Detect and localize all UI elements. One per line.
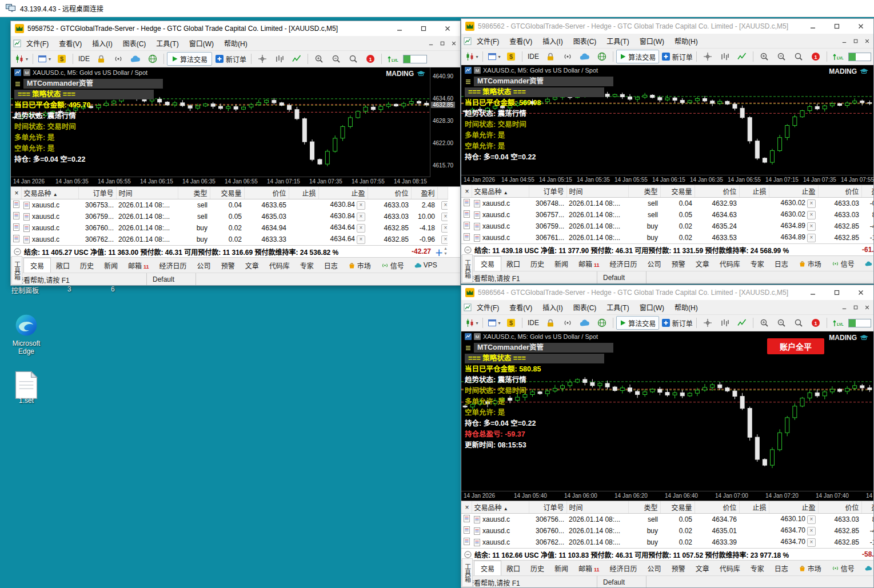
menu-item-insert[interactable]: 插入(I) <box>537 301 568 314</box>
close-button[interactable] <box>851 287 871 298</box>
algo-trading-button[interactable]: 算法交易 <box>616 316 659 330</box>
bar-chart-button[interactable] <box>717 317 733 329</box>
time-axis[interactable]: 14 Jan 202614 Jan 04:5514 Jan 05:1514 Ja… <box>461 175 873 185</box>
menu-item-tools[interactable]: 工具(T) <box>601 34 634 47</box>
menu-item-help[interactable]: 帮助(H) <box>219 37 253 50</box>
tab-history[interactable]: 历史 <box>525 257 549 271</box>
zoom-in-button[interactable] <box>756 317 772 329</box>
menu-item-view[interactable]: 查看(V) <box>54 37 87 50</box>
tab-company[interactable]: 公司 <box>642 257 667 271</box>
maximize-button[interactable] <box>827 21 847 32</box>
tab-signals[interactable]: 信号 <box>376 258 409 273</box>
mdi-close-button[interactable] <box>449 39 459 48</box>
menu-item-view[interactable]: 查看(V) <box>504 301 537 314</box>
zoom-out-button[interactable] <box>773 50 789 63</box>
close-all-positions-button[interactable]: 账户全平 <box>767 338 824 354</box>
column-header-4[interactable]: 交易量 <box>660 185 695 198</box>
position-row[interactable]: xauusd.c306759...2026.01.14 08:...sell0.… <box>11 211 448 222</box>
search-button[interactable] <box>791 317 807 329</box>
mdi-minimize-button[interactable] <box>839 303 849 312</box>
column-header-6[interactable]: 止损 <box>739 501 769 514</box>
tab-signals[interactable]: 信号 <box>827 257 860 271</box>
remove-tp-button[interactable]: × <box>807 515 816 524</box>
column-header-6[interactable]: 止损 <box>289 187 318 199</box>
profiles-button[interactable]: ▾ <box>36 53 53 65</box>
menu-item-charts[interactable]: 图表(C) <box>118 37 151 50</box>
menu-item-tools[interactable]: 工具(T) <box>601 301 634 314</box>
tab-experts[interactable]: 专家 <box>295 258 319 273</box>
zoom-out-button[interactable] <box>773 317 789 329</box>
polyline-button[interactable] <box>289 53 305 65</box>
tab-articles[interactable]: 文章 <box>691 561 715 575</box>
remove-tp-button[interactable]: × <box>357 201 365 210</box>
tab-calendar[interactable]: 经济日历 <box>605 561 642 575</box>
community-button[interactable] <box>594 317 610 329</box>
tab-experts[interactable]: 专家 <box>745 561 769 575</box>
tab-trade[interactable]: 交易 <box>23 258 51 273</box>
tab-codebase[interactable]: 代码库 <box>715 257 745 271</box>
mdi-restore-button[interactable] <box>437 39 448 48</box>
column-header-5[interactable]: 价位 <box>695 185 739 198</box>
price-axis[interactable]: 4640.904634.604632.854628.304622.004615.… <box>430 67 460 177</box>
column-header-7[interactable]: 止盈 <box>318 187 368 199</box>
column-header-8[interactable]: 价位 <box>368 187 411 199</box>
community-button[interactable] <box>594 50 610 63</box>
tab-exposure[interactable]: 敞口 <box>501 561 525 575</box>
minimize-button[interactable] <box>389 23 410 34</box>
tab-journal[interactable]: 日志 <box>769 561 793 575</box>
polyline-button[interactable] <box>734 50 750 63</box>
tab-news[interactable]: 新闻 <box>99 258 123 273</box>
toolbox-vertical-tab[interactable]: 工具箱 <box>11 256 22 285</box>
tab-mailbox[interactable]: 邮箱11 <box>123 258 154 273</box>
position-row[interactable]: xauusd.c306757...2026.01.14 08:...sell0.… <box>461 209 874 221</box>
remove-tp-button[interactable]: × <box>807 222 816 231</box>
profile-cell[interactable]: Default <box>147 273 196 286</box>
tab-news[interactable]: 新闻 <box>549 257 573 271</box>
column-header-2[interactable]: 时间 <box>566 501 628 514</box>
remove-tp-button[interactable]: × <box>807 199 816 208</box>
column-header-8[interactable]: 价位 <box>818 501 861 514</box>
chart-type-button[interactable]: ▾ <box>13 53 30 65</box>
menu-item-window[interactable]: 窗口(W) <box>634 34 669 47</box>
menu-item-insert[interactable]: 插入(I) <box>87 37 117 50</box>
toolbox-vertical-tab[interactable]: 工具箱 <box>462 254 473 283</box>
position-row[interactable]: xauusd.c306759...2026.01.14 08:...buy0.0… <box>461 221 874 232</box>
column-header-9[interactable]: 盈利 <box>861 501 874 514</box>
tab-history[interactable]: 历史 <box>75 258 99 273</box>
algo-trading-button[interactable]: 算法交易 <box>167 52 212 66</box>
menu-item-charts[interactable]: 图表(C) <box>568 301 602 314</box>
cloud-button[interactable] <box>127 53 143 65</box>
levels-button[interactable]: LVL <box>385 53 401 65</box>
levels-button[interactable]: LVL <box>830 317 846 329</box>
menu-item-file[interactable]: 文件(F) <box>472 301 504 314</box>
remove-tp-button[interactable]: × <box>357 235 365 244</box>
tab-experts[interactable]: 专家 <box>745 257 769 271</box>
cloud-button[interactable] <box>577 50 593 63</box>
tab-mailbox[interactable]: 邮箱11 <box>573 561 605 575</box>
column-header-2[interactable]: 时间 <box>116 187 178 199</box>
position-row[interactable]: xauusd.c306760...2026.01.14 08:...buy0.0… <box>461 525 874 537</box>
tab-vps[interactable]: VPS <box>409 259 442 271</box>
column-header-5[interactable]: 价位 <box>695 501 739 514</box>
column-header-7[interactable]: 止盈 <box>769 185 818 198</box>
column-header-0[interactable]: 交易品种 ▲ <box>472 185 529 198</box>
community-button[interactable] <box>145 53 161 65</box>
remove-tp-button[interactable]: × <box>807 211 816 219</box>
desktop-icon-setfile[interactable]: 1.set <box>5 370 48 405</box>
crosshair-button[interactable] <box>700 317 716 329</box>
price-chart[interactable]: MXAUUSD.c, M5: Gold vs US Dollar / SpotM… <box>461 331 873 501</box>
collapse-icon[interactable] <box>464 551 472 558</box>
mdi-minimize-button[interactable] <box>426 39 436 48</box>
market-watch-button[interactable]: $ <box>54 53 70 65</box>
chart-type-button[interactable]: ▾ <box>464 50 480 63</box>
tab-exposure[interactable]: 敞口 <box>51 258 75 273</box>
menu-item-file[interactable]: 文件(F) <box>21 37 54 50</box>
tab-trade[interactable]: 交易 <box>474 561 501 575</box>
column-header-4[interactable]: 交易量 <box>660 501 695 514</box>
crosshair-button[interactable] <box>700 50 716 63</box>
mdi-close-button[interactable] <box>862 37 872 46</box>
notifications-button[interactable]: 1 <box>808 317 824 329</box>
ide-button[interactable]: IDE <box>525 50 541 63</box>
new-order-button[interactable]: 新订单 <box>660 50 693 63</box>
tab-calendar[interactable]: 经济日历 <box>605 257 642 271</box>
